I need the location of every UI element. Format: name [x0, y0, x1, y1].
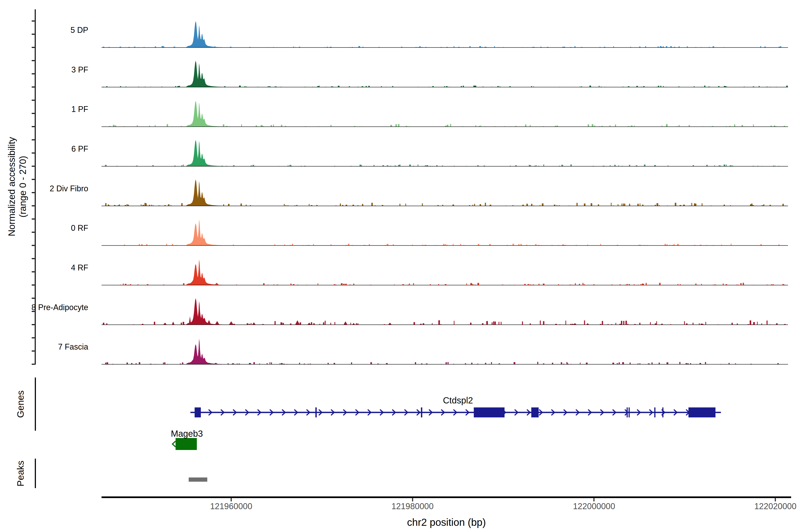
y-axis-tick — [32, 298, 35, 299]
y-axis-tick — [32, 337, 35, 339]
track-label-1-pf: 1 PF — [0, 105, 88, 114]
x-axis — [101, 496, 791, 501]
genes-section-axis-line — [35, 378, 36, 431]
track-row — [101, 339, 788, 364]
genes-track — [172, 407, 721, 450]
track-row — [101, 220, 788, 246]
gene-exon-thin — [629, 407, 630, 417]
strand-arrow-icon — [172, 441, 175, 447]
gene-exon-thin — [662, 407, 663, 417]
track-signal-area — [103, 21, 781, 48]
genome-browser-figure: Normalized accessibility (range 0 - 270)… — [0, 0, 798, 532]
track-signal-area — [124, 220, 785, 246]
x-axis-tick-label-121980000: 121980000 — [368, 501, 457, 511]
gene-exon — [531, 407, 539, 417]
x-axis-label: chr2 position (bp) — [391, 516, 502, 528]
gene-model-mageb3 — [172, 438, 197, 450]
y-axis-tick — [32, 245, 35, 246]
gene-exon — [688, 407, 716, 417]
track-label-6-pf: 6 PF — [0, 145, 88, 153]
accessibility-tracks — [101, 21, 788, 364]
browser-canvas — [0, 0, 798, 532]
track-row — [101, 179, 788, 206]
x-axis-tick-label-122000000: 122000000 — [550, 501, 639, 511]
y-axis-tick — [32, 284, 35, 285]
y-axis-tick — [32, 126, 35, 127]
y-axis-tick — [32, 60, 35, 61]
track-signal-area — [105, 140, 779, 166]
y-axis-tick — [32, 139, 35, 140]
track-label-7-fascia: 7 Fascia — [0, 342, 88, 352]
track-label-5-dp: 5 DP — [0, 26, 88, 35]
gene-exon — [175, 438, 197, 450]
gene-model-ctdspl2 — [190, 407, 721, 417]
track-label-4-rf: 4 RF — [0, 263, 88, 272]
x-axis-tick — [231, 498, 232, 501]
y-axis-tick — [32, 205, 35, 206]
y-axis-tick — [32, 166, 35, 167]
gene-exon — [195, 407, 201, 417]
x-axis-tick — [775, 498, 776, 501]
gene-exon-thin — [421, 407, 422, 417]
x-axis-tick-label-122020000: 122020000 — [731, 501, 798, 511]
gene-exon-thin — [627, 407, 628, 417]
peak-interval — [189, 477, 207, 482]
peaks-section-label: Peaks — [15, 429, 26, 518]
track-label-3-pf: 3 PF — [0, 65, 88, 74]
track-row — [101, 101, 788, 127]
peaks-section-axis-line — [35, 459, 36, 488]
track-row — [101, 260, 788, 285]
x-axis-tick — [412, 498, 413, 501]
track-label-8-pre-adipocyte: 8 Pre-Adipocyte — [0, 303, 88, 312]
x-axis-line — [101, 496, 791, 498]
gene-exon — [474, 407, 505, 417]
track-signal-area — [103, 298, 785, 325]
peaks-track — [189, 477, 207, 482]
gene-exon-thin — [316, 407, 317, 417]
gene-label-mageb3: Mageb3 — [142, 429, 231, 438]
track-row — [101, 298, 788, 325]
gene-exon-thin — [654, 407, 656, 417]
track-signal-area — [109, 101, 785, 127]
track-signal-area — [105, 179, 786, 206]
x-axis-tick — [593, 498, 594, 501]
track-row — [101, 140, 788, 166]
y-axis-tick — [32, 87, 35, 88]
y-axis-tick — [32, 324, 35, 325]
y-axis-tick — [32, 364, 35, 365]
y-axis-tick — [32, 100, 35, 101]
track-label-2-div-fibro: 2 Div Fibro — [0, 184, 88, 193]
track-signal-area — [120, 260, 785, 285]
gene-label-ctdspl2: Ctdspl2 — [414, 396, 502, 405]
y-axis-tick — [32, 20, 35, 21]
y-axis-tick — [32, 179, 35, 180]
x-axis-tick-label-121960000: 121960000 — [187, 501, 276, 511]
track-row — [101, 61, 788, 87]
track-row — [101, 21, 788, 48]
y-axis-tick — [32, 218, 35, 220]
track-signal-area — [105, 339, 779, 364]
track-label-0-rf: 0 RF — [0, 224, 88, 232]
y-axis-tick — [32, 47, 35, 48]
y-axis-tick — [32, 258, 35, 259]
track-signal-area — [103, 61, 788, 87]
